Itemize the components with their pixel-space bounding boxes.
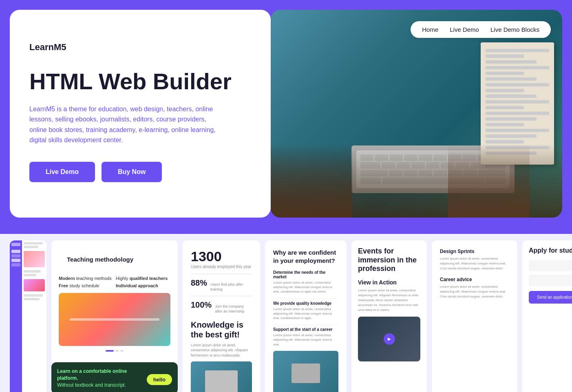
preview-card-events: Events for immersion in the profession V… [351,240,427,392]
teaching-image [59,293,170,346]
view-in-action-desc: Lorem ipsum dolor sit amet, consectetur … [358,288,420,313]
design-sprints-desc: Lorem ipsum dolor sit amet, consectetur … [440,256,509,271]
hero-description: LearnM5 is a theme for education, web de… [29,104,225,145]
nav-live-demo[interactable]: Live Demo [450,26,479,33]
why-item-1: Determine the needs of the market Lorem … [273,270,338,294]
teaching-title: Teaching methodology [59,248,178,271]
hero-background-image [271,10,562,218]
gift-title: Knowledge is the best gift! [191,320,252,339]
design-sprints-title: Design Sprints [440,249,509,254]
career-title: Career advice [440,277,509,282]
apply-phone-field[interactable] [529,275,572,286]
teaching-item-2: Highly qualified teachers [116,276,170,281]
gift-desc: Lorem ipsum dolor sit amet, consectetur … [191,343,252,358]
teaching-item-1: Modern teaching methods [59,276,113,281]
hero-title: HTML Web Builder [29,69,251,94]
nav-home[interactable]: Home [422,26,438,33]
preview-card-purple-demo [10,240,46,392]
preview-card-why: Why are we confident in your employment?… [265,240,347,392]
hello-badge: hello [147,374,172,385]
nav-live-demo-blocks[interactable]: Live Demo Blocks [490,26,539,33]
play-button[interactable]: ▶ [384,333,395,345]
career-desc: Lorem ipsum dolor sit amet, consectetur … [440,284,509,299]
why-item-2: We provide quality knowledge Lorem ipsum… [273,301,338,321]
hero-right-panel: Home Live Demo Live Demo Blocks [271,10,562,218]
apply-name-field[interactable] [529,260,572,271]
stat-desc-1: Users find jobs after training [210,282,252,292]
events-title: Events for immersion in the profession [358,247,420,273]
stat-main-number: 1300 [191,249,252,264]
why-item-3: Support at the start of a career Lorem i… [273,327,338,347]
teaching-item-3: Free study schedule [59,283,113,288]
stat-main-label: Users already employed this year [191,264,252,269]
preview-strip: Teaching methodology Modern teaching met… [0,234,572,392]
hero-left-panel: LearnM5 HTML Web Builder LearnM5 is a th… [10,10,271,218]
site-logo: LearnM5 [29,42,251,53]
preview-card-design: Design Sprints Lorem ipsum dolor sit ame… [432,240,517,392]
stat-desc-2: Join the company after an internship [215,304,252,314]
buy-now-button[interactable]: Buy Now [102,162,162,182]
hero-section: LearnM5 HTML Web Builder LearnM5 is a th… [0,0,572,234]
apply-title: Apply for study [529,247,572,254]
stat-pct-1: 88% [191,278,207,288]
view-in-action-title: View in Action [358,279,420,286]
why-title: Why are we confident in your employment? [273,249,338,264]
apply-submit-button[interactable]: Send an application [529,291,572,304]
hero-navigation: Home Live Demo Live Demo Blocks [411,21,551,38]
preview-card-stats: 1300 Users already employed this year 88… [183,240,260,392]
preview-card-teaching: Teaching methodology Modern teaching met… [51,240,178,392]
hero-buttons: Live Demo Buy Now [29,162,251,182]
preview-card-apply: Apply for study Send an application [522,240,572,392]
live-demo-button[interactable]: Live Demo [29,162,95,182]
platform-text: Learn on a comfortable online platform. … [57,368,147,388]
teaching-item-4: Individual approach [116,283,170,288]
stat-pct-2: 100% [191,300,212,310]
